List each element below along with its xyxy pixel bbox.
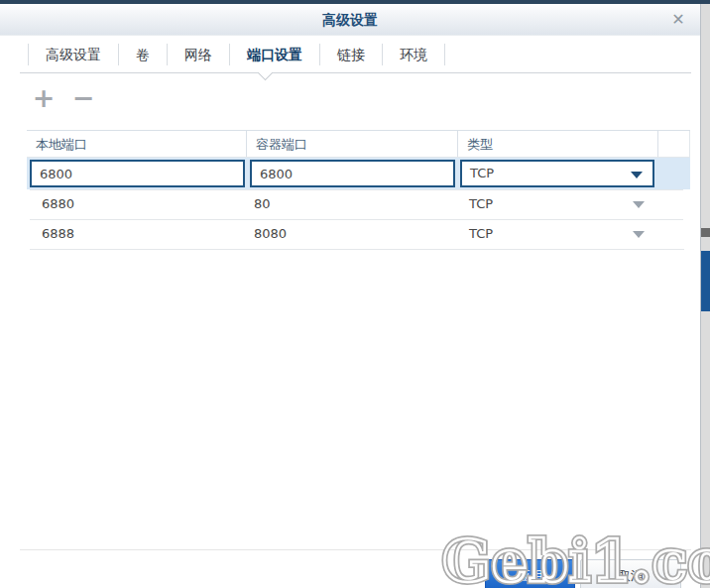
column-header-filler — [658, 131, 690, 157]
local-port-cell: 6880 — [42, 189, 74, 218]
dialog-title: 高级设置 — [0, 12, 700, 30]
advanced-settings-dialog: 高级设置 ✕ 高级设置 卷 网络 端口设置 链接 环境 + − 本地端口 容器端… — [0, 4, 701, 588]
tab-volume[interactable]: 卷 — [118, 44, 167, 65]
background-window-edge — [701, 4, 710, 588]
chevron-down-icon — [631, 172, 643, 178]
remove-port-button[interactable]: − — [70, 85, 96, 111]
dialog-header: 高级设置 ✕ — [0, 4, 700, 36]
local-port-cell: 6888 — [42, 219, 74, 248]
type-dropdown-value: TCP — [470, 166, 494, 180]
table-row-editing[interactable]: TCP — [27, 158, 690, 189]
row-divider — [30, 189, 683, 190]
container-port-cell: 8080 — [254, 219, 287, 248]
tab-advanced-settings[interactable]: 高级设置 — [28, 44, 118, 65]
table-row[interactable]: 6888 8080 TCP — [27, 219, 690, 249]
container-port-cell: 80 — [254, 189, 271, 218]
close-icon[interactable]: ✕ — [668, 10, 688, 30]
port-table: 本地端口 容器端口 类型 TCP 6880 80 TCP — [27, 130, 690, 249]
row-divider — [30, 219, 683, 220]
type-cell: TCP — [469, 189, 493, 218]
port-table-header: 本地端口 容器端口 类型 — [27, 130, 690, 158]
chevron-down-icon[interactable] — [633, 201, 645, 208]
screen: 高级设置 ✕ 高级设置 卷 网络 端口设置 链接 环境 + − 本地端口 容器端… — [0, 0, 710, 588]
add-port-button[interactable]: + — [31, 85, 57, 111]
column-header-type: 类型 — [458, 131, 658, 157]
tab-links[interactable]: 链接 — [319, 44, 382, 65]
column-header-container-port: 容器端口 — [247, 131, 458, 157]
container-port-input[interactable] — [250, 160, 455, 187]
row-divider — [30, 249, 684, 250]
cancel-button[interactable]: 取消 — [580, 559, 681, 588]
table-row[interactable]: 6880 80 TCP — [27, 189, 690, 219]
tab-network[interactable]: 网络 — [167, 44, 229, 65]
tab-port-settings[interactable]: 端口设置 — [229, 44, 319, 65]
type-dropdown[interactable]: TCP — [460, 160, 654, 187]
column-header-local-port: 本地端口 — [27, 131, 247, 157]
tabs-divider — [20, 72, 691, 73]
local-port-input[interactable] — [30, 160, 245, 187]
tab-environment[interactable]: 环境 — [382, 44, 445, 65]
background-blue-segment — [701, 251, 710, 311]
tab-bar: 高级设置 卷 网络 端口设置 链接 环境 — [28, 37, 445, 71]
chevron-down-icon[interactable] — [633, 231, 645, 238]
footer-divider — [20, 549, 691, 550]
port-toolbar: + − — [31, 85, 96, 111]
scrollbar-thumb[interactable] — [701, 228, 710, 237]
apply-button[interactable]: 应用 — [485, 559, 575, 588]
type-cell: TCP — [469, 219, 493, 248]
